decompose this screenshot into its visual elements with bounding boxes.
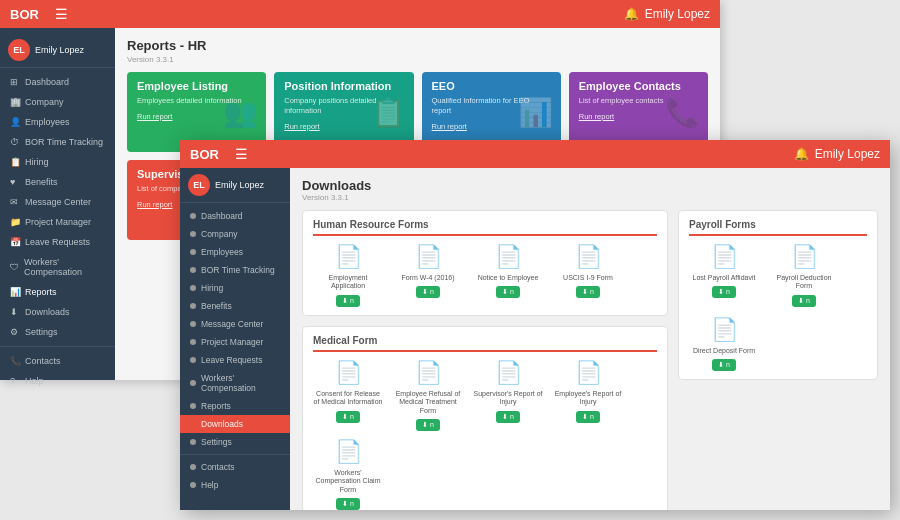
front-user-area: EL Emily Lopez: [180, 168, 290, 203]
form-item-w4: 📄 Form W-4 (2016) ⬇ n: [393, 244, 463, 307]
sidebar-item-downloads[interactable]: ⬇Downloads: [0, 302, 115, 322]
form-item-refusal: 📄 Employee Refusal of Medical Treatment …: [393, 360, 463, 431]
employees-icon: 👤: [10, 117, 20, 127]
front-sidebar-item-reports[interactable]: Reports: [180, 397, 290, 415]
form-label-supervisor-injury: Supervisor's Report of Injury: [473, 390, 543, 407]
payroll-form-items-row: 📄 Lost Payroll Affidavit ⬇ n 📄 Payroll D…: [689, 244, 867, 371]
sidebar-item-employees[interactable]: 👤Employees: [0, 112, 115, 132]
front-sidebar-item-contacts[interactable]: Contacts: [180, 458, 290, 476]
medical-form-items-row: 📄 Consent for Release of Medical Informa…: [313, 360, 657, 431]
sidebar-item-workers-comp[interactable]: 🛡Workers' Compensation: [0, 252, 115, 282]
sidebar-item-messages[interactable]: ✉Message Center: [0, 192, 115, 212]
sidebar-item-hiring[interactable]: 📋Hiring: [0, 152, 115, 172]
form-item-consent: 📄 Consent for Release of Medical Informa…: [313, 360, 383, 431]
form-label-direct-deposit: Direct Deposit Form: [693, 347, 755, 355]
form-file-icon-7: 📄: [495, 360, 522, 386]
card-icon-eeo: 📊: [518, 96, 553, 129]
form-download-btn-3[interactable]: ⬇ n: [496, 286, 520, 298]
front-reports-icon: [190, 403, 196, 409]
front-sidebar-item-employees[interactable]: Employees: [180, 243, 290, 261]
front-contacts-icon: [190, 464, 196, 470]
form-label-workers-comp: Workers' Compensation Claim Form: [313, 469, 383, 494]
front-sidebar-item-workers-comp[interactable]: Workers' Compensation: [180, 369, 290, 397]
sidebar-item-help[interactable]: ?Help: [0, 371, 115, 391]
workers-comp-icon: 🛡: [10, 262, 19, 272]
card-title-employee-listing: Employee Listing: [137, 80, 256, 93]
back-topbar: BOR ☰ 🔔 Emily Lopez: [0, 0, 720, 28]
form-file-icon-6: 📄: [415, 360, 442, 386]
form-item-notice: 📄 Notice to Employee ⬇ n: [473, 244, 543, 307]
projects-icon: 📁: [10, 217, 20, 227]
front-bell-icon[interactable]: 🔔: [794, 147, 809, 161]
sidebar-item-reports[interactable]: 📊Reports: [0, 282, 115, 302]
form-download-btn-10[interactable]: ⬇ n: [712, 286, 736, 298]
front-help-icon: [190, 482, 196, 488]
card-icon-position-information: 📋: [371, 96, 406, 129]
front-settings-icon: [190, 439, 196, 445]
form-download-btn-5[interactable]: ⬇ n: [336, 411, 360, 423]
form-file-icon-4: 📄: [575, 244, 602, 270]
form-item-direct-deposit: 📄 Direct Deposit Form ⬇ n: [689, 317, 759, 371]
hr-section-title: Human Resource Forms: [313, 219, 657, 236]
sidebar-item-projects[interactable]: 📁Project Manager: [0, 212, 115, 232]
front-sidebar-item-help[interactable]: Help: [180, 476, 290, 494]
sidebar-item-settings[interactable]: ⚙Settings: [0, 322, 115, 342]
sidebar-item-dashboard[interactable]: ⊞Dashboard: [0, 72, 115, 92]
front-sidebar-item-benefits[interactable]: Benefits: [180, 297, 290, 315]
sidebar-item-time-tracking[interactable]: ⏱BOR Time Tracking: [0, 132, 115, 152]
form-label-consent: Consent for Release of Medical Informati…: [313, 390, 383, 407]
form-file-icon-5: 📄: [335, 360, 362, 386]
form-download-btn-11[interactable]: ⬇ n: [792, 295, 816, 307]
form-download-btn-12[interactable]: ⬇ n: [712, 359, 736, 371]
front-version: Version 3.3.1: [302, 193, 878, 202]
form-download-btn-1[interactable]: ⬇ n: [336, 295, 360, 307]
front-hamburger-icon[interactable]: ☰: [235, 146, 248, 162]
form-item-workers-comp: 📄 Workers' Compensation Claim Form ⬇ n: [313, 439, 383, 510]
form-label-w4: Form W-4 (2016): [401, 274, 454, 282]
front-sidebar-item-leave[interactable]: Leave Requests: [180, 351, 290, 369]
hr-form-items-row: 📄 Employment Application ⬇ n 📄 Form W-4 …: [313, 244, 657, 307]
front-sidebar-item-hiring[interactable]: Hiring: [180, 279, 290, 297]
form-label-payroll-deduction: Payroll Deduction Form: [769, 274, 839, 291]
form-file-icon-8: 📄: [575, 360, 602, 386]
front-benefits-icon: [190, 303, 196, 309]
front-sidebar-item-company[interactable]: Company: [180, 225, 290, 243]
front-downloads-icon: [190, 421, 196, 427]
medical-forms-section: Medical Form 📄 Consent for Release of Me…: [302, 326, 668, 510]
front-sidebar-item-dashboard[interactable]: Dashboard: [180, 207, 290, 225]
front-sidebar-item-messages[interactable]: Message Center: [180, 315, 290, 333]
front-sidebar-item-downloads[interactable]: Downloads: [180, 415, 290, 433]
front-avatar: EL: [188, 174, 210, 196]
sidebar-item-leave[interactable]: 📅Leave Requests: [0, 232, 115, 252]
front-topbar: BOR ☰ 🔔 Emily Lopez: [180, 140, 890, 168]
form-download-btn-4[interactable]: ⬇ n: [576, 286, 600, 298]
form-download-btn-6[interactable]: ⬇ n: [416, 419, 440, 431]
form-item-payroll-deduction: 📄 Payroll Deduction Form ⬇ n: [769, 244, 839, 307]
front-projects-icon: [190, 339, 196, 345]
form-label-lost-payroll: Lost Payroll Affidavit: [693, 274, 756, 282]
downloads-right: Payroll Forms 📄 Lost Payroll Affidavit ⬇…: [678, 210, 878, 510]
front-sidebar-item-time-tracking[interactable]: BOR Time Tracking: [180, 261, 290, 279]
form-label-employee-injury: Employee's Report of Injury: [553, 390, 623, 407]
form-download-btn-9[interactable]: ⬇ n: [336, 498, 360, 510]
form-download-btn-8[interactable]: ⬇ n: [576, 411, 600, 423]
payroll-section-title: Payroll Forms: [689, 219, 867, 236]
back-sidebar-username: Emily Lopez: [35, 45, 84, 55]
card-icon-employee-contacts: 📞: [665, 96, 700, 129]
front-sidebar-item-settings[interactable]: Settings: [180, 433, 290, 451]
back-right-icons: 🔔 Emily Lopez: [624, 7, 710, 21]
form-download-btn-2[interactable]: ⬇ n: [416, 286, 440, 298]
form-download-btn-7[interactable]: ⬇ n: [496, 411, 520, 423]
form-file-icon-3: 📄: [495, 244, 522, 270]
sidebar-item-contacts[interactable]: 📞Contacts: [0, 351, 115, 371]
back-hamburger-icon[interactable]: ☰: [55, 6, 68, 22]
sidebar-item-company[interactable]: 🏢Company: [0, 92, 115, 112]
front-sidebar-item-projects[interactable]: Project Manager: [180, 333, 290, 351]
form-file-icon-10: 📄: [711, 244, 738, 270]
back-bell-icon[interactable]: 🔔: [624, 7, 639, 21]
form-file-icon-9: 📄: [335, 439, 362, 465]
form-item-i9: 📄 USCIS I-9 Form ⬇ n: [553, 244, 623, 307]
sidebar-item-benefits[interactable]: ♥Benefits: [0, 172, 115, 192]
nav-divider: [0, 346, 115, 347]
settings-icon: ⚙: [10, 327, 20, 337]
